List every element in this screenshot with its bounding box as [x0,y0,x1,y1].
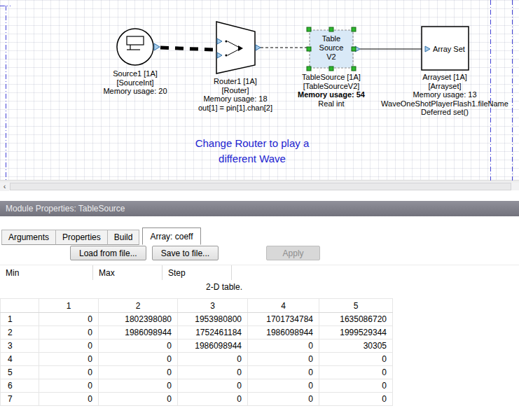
cell[interactable]: 1802398080 [99,313,178,326]
cell[interactable]: 0 [319,379,393,393]
cell[interactable]: 0 [39,366,99,379]
cell[interactable]: 0 [178,379,248,393]
canvas-annotation[interactable]: Change Router to play a different Wave [160,136,345,167]
cell[interactable]: 1999529344 [319,326,393,340]
selection-handle[interactable] [352,66,356,71]
cell[interactable]: 0 [248,379,319,393]
cell[interactable]: 0 [99,366,178,379]
cell[interactable]: 1953980800 [178,313,248,326]
application-window: Table Source V2 Array [0,0,519,420]
source-block[interactable] [117,29,160,65]
arrayset-block[interactable]: Array Set [422,27,469,70]
selection-handle[interactable] [307,66,311,71]
cell[interactable]: 0 [248,340,319,353]
block-type-label: [Arrayset] [370,82,519,91]
router-block[interactable] [216,22,261,74]
selection-handle[interactable] [307,27,311,31]
min-header: Min [0,265,93,280]
cell[interactable]: 0 [39,340,99,353]
column-header[interactable]: 1 [39,299,99,313]
cell[interactable]: 0 [39,393,99,406]
cell[interactable]: 1986098944 [178,340,248,353]
block-body-text: Table [322,34,340,43]
column-header[interactable]: 2 [99,299,178,313]
cell[interactable]: 0 [99,353,178,366]
row-header[interactable]: 4 [1,353,39,366]
range-header-row: Min Max Step [0,265,519,280]
annotation-line: Change Router to play a [160,136,345,151]
output-pin-icon[interactable] [154,43,160,50]
cell[interactable]: 0 [99,393,178,406]
coeff-table: 1 2 3 4 5 1 0 1802398080 1953980800 1701… [0,298,393,406]
row-header[interactable]: 1 [1,313,39,326]
block-body-text: Array Set [433,45,465,53]
cell[interactable]: 0 [99,340,178,353]
annotation-line: different Wave [160,151,345,167]
cell[interactable]: 0 [319,353,393,366]
table-row: 1 0 1802398080 1953980800 1701734784 163… [1,313,393,326]
block-detail-label: Deferred set() [370,108,519,117]
selection-handle[interactable] [352,47,356,51]
source-block-labels: Source1 [1A] [SourceInt] Memory usage: 2… [88,69,182,96]
cell[interactable]: 0 [99,379,178,393]
block-memory-label: Memory usage: 20 [88,87,182,96]
cell[interactable]: 0 [248,366,319,379]
output-pin-icon[interactable] [256,45,261,50]
tab-array-coeff[interactable]: Array: coeff [142,227,200,245]
file-button-row: Load from file... Save to file... Apply [70,246,326,260]
row-header[interactable]: 6 [1,379,39,393]
row-header[interactable]: 7 [1,393,39,406]
cell[interactable]: 0 [319,366,393,379]
cell[interactable]: 1986098944 [248,326,319,340]
cell[interactable]: 0 [319,393,393,406]
tab-arguments[interactable]: Arguments [1,230,56,245]
cell[interactable]: 0 [39,379,99,393]
save-to-file-button[interactable]: Save to file... [152,246,219,260]
module-properties-panel: Arguments Properties Build Array: coeff … [0,216,519,420]
selection-handle[interactable] [329,27,333,31]
scrollbar-thumb[interactable] [10,183,511,190]
scroll-left-button[interactable]: ‹ [0,182,9,191]
cell[interactable]: 0 [178,366,248,379]
horizontal-scrollbar[interactable]: ‹ [0,181,519,190]
connection-source-router[interactable] [160,48,214,50]
selection-handle[interactable] [307,47,311,51]
apply-button[interactable]: Apply [266,246,320,260]
column-header[interactable]: 3 [178,299,248,313]
schematic-canvas[interactable]: Table Source V2 Array [0,0,519,181]
cell[interactable]: 0 [178,353,248,366]
table-row: 5 0 0 0 0 0 [1,366,393,379]
tab-build[interactable]: Build [107,230,140,245]
cell[interactable]: 1635086720 [319,313,393,326]
cell[interactable]: 0 [248,393,319,406]
cell[interactable]: 0 [178,393,248,406]
tab-bar: Arguments Properties Build Array: coeff [1,227,200,245]
table-row: 7 0 0 0 0 0 [1,393,393,406]
cell[interactable]: 0 [248,353,319,366]
tab-properties[interactable]: Properties [55,230,108,245]
tablesource-block[interactable]: Table Source V2 [307,27,360,71]
column-header[interactable]: 4 [248,299,319,313]
block-detail-label: WaveOneShotPlayerFlash1.fileName [370,99,519,108]
cell[interactable]: 0 [39,313,99,326]
cell[interactable]: 1701734784 [248,313,319,326]
panel-caption: Module Properties: TableSource [0,201,519,216]
block-name-label: Arrayset [1A] [370,73,519,82]
row-header[interactable]: 2 [1,326,39,340]
selection-handle[interactable] [352,27,356,31]
row-header[interactable]: 5 [1,366,39,379]
cell[interactable]: 1752461184 [178,326,248,340]
block-memory-label: Memory usage: 13 [370,90,519,99]
cell[interactable]: 30305 [319,340,393,353]
arrayset-block-labels: Arrayset [1A] [Arrayset] Memory usage: 1… [370,73,519,117]
column-header[interactable]: 5 [319,299,393,313]
router-block-labels: Router1 [1A] [Router] Memory usage: 18 o… [182,77,289,112]
cell[interactable]: 0 [39,326,99,340]
row-header[interactable]: 3 [1,340,39,353]
selection-handle[interactable] [329,66,333,71]
block-detail-label: out[1] = pin[1].chan[2] [182,104,289,113]
table-row: 3 0 0 1986098944 0 30305 [1,340,393,353]
cell[interactable]: 0 [39,353,99,366]
load-from-file-button[interactable]: Load from file... [70,246,146,260]
cell[interactable]: 1986098944 [99,326,178,340]
